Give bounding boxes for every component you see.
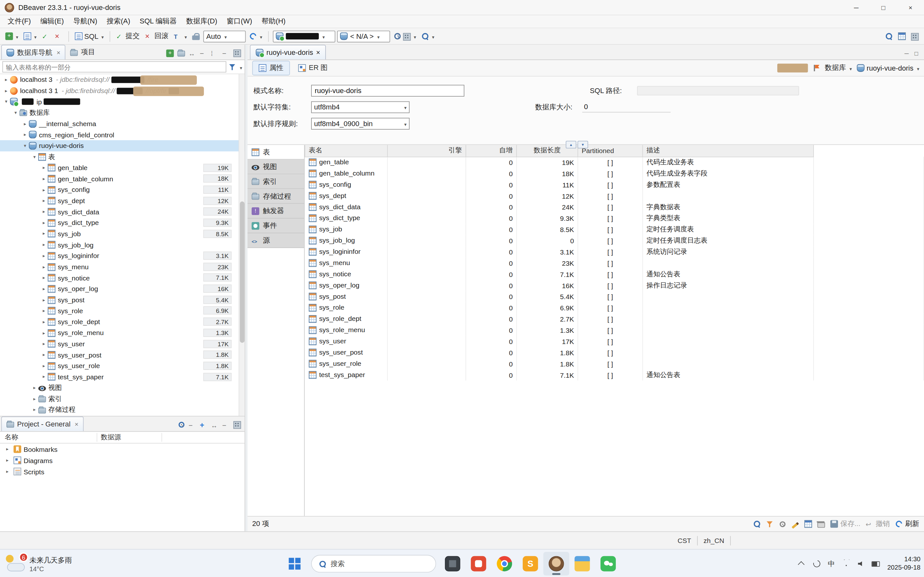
tree-item[interactable]: ▾ ip [0,96,245,107]
tree-item[interactable]: ▸ sys_job 8.5K [0,228,245,239]
tree-chevron-icon[interactable]: ▸ [40,253,48,259]
link-editor-icon[interactable] [211,421,219,429]
tree-item[interactable]: ▸ localhost 3 1 - jdbc:firebirdsql:// //… [0,85,245,96]
tree-chevron-icon[interactable]: ▸ [40,363,48,369]
close-tab-icon[interactable]: × [75,421,79,428]
collapse-up-button[interactable]: ▴ [566,141,576,148]
footer-tool-icon[interactable] [804,520,812,528]
rollback-button[interactable]: 回滚 [143,30,170,43]
tree-chevron-icon[interactable]: ▸ [40,209,48,215]
tree-chevron-icon[interactable]: ▸ [40,352,48,358]
tree-chevron-icon[interactable]: ▸ [21,121,29,126]
tree-chevron-icon[interactable]: ▸ [31,407,38,413]
tree-chevron-icon[interactable]: ▸ [40,198,48,203]
tree-item[interactable]: ▸ sys_notice 7.1K [0,272,245,284]
close-button[interactable]: × [897,0,924,15]
footer-tool-icon[interactable] [766,520,774,528]
maximize-view-icon[interactable] [234,421,241,429]
tree-item[interactable]: ▸ sys_job_log [0,239,245,250]
new-connection-icon[interactable] [166,49,174,57]
tree-chevron-icon[interactable]: ▸ [3,458,11,463]
grid-row[interactable]: gen_table_column 0 18K [ ] 代码生成业务表字段 [305,168,924,179]
tree-item[interactable]: ▸ 索引 [0,393,245,405]
save-button[interactable]: 保存... [830,519,860,529]
footer-tool-icon[interactable] [753,520,761,528]
tree-chevron-icon[interactable]: ▸ [40,341,48,347]
tree-chevron-icon[interactable]: ▸ [40,231,48,237]
taskbar-app[interactable] [543,552,569,575]
tree-item[interactable]: ▸ sys_dict_type 9.3K [0,217,245,228]
tree-item[interactable]: ▾ 数据库 [0,107,245,118]
tree-item[interactable]: ▸ sys_user_post 1.8K [0,350,245,360]
tree-item[interactable]: ▸ 存储过程 [0,405,245,415]
tree-item[interactable]: ▸ sys_menu 23K [0,261,245,272]
database-menu-button[interactable]: 数据库 [825,63,852,73]
grid-row[interactable]: sys_notice 0 7.1K [ ] 通知公告表 [305,269,924,280]
tree-item[interactable]: ▸ sys_dict_data 24K [0,206,245,217]
lock-button[interactable] [190,31,202,41]
tree-chevron-icon[interactable]: ▸ [40,242,48,248]
table-filter-input[interactable] [2,61,226,73]
collapse-down-button[interactable]: ▾ [577,141,588,148]
tray-icon[interactable] [813,560,821,568]
tree-item[interactable]: ▸ sys_post 5.4K [0,294,245,305]
start-button[interactable] [282,552,308,575]
schema-name-input[interactable] [311,85,464,97]
refresh-connection-button[interactable] [248,31,264,41]
tree-item[interactable]: ▸ sys_logininfor 3.1K [0,250,245,261]
editor-subtab[interactable]: 属性 [252,61,290,76]
editor-tab[interactable]: ruoyi-vue-doris × [250,45,326,60]
tree-chevron-icon[interactable]: ▸ [40,286,48,292]
autocommit-select[interactable]: Auto [203,31,246,42]
close-tab-icon[interactable]: × [56,49,60,56]
minimize-view-icon[interactable] [222,49,230,57]
taskbar-search[interactable]: 搜索 [311,555,436,572]
connect-button[interactable] [40,31,52,41]
editor-subtab[interactable]: ER 图 [292,61,334,76]
tree-item[interactable]: ▸ sys_dept 12K [0,195,245,206]
footer-tool-icon[interactable] [779,521,785,527]
tray-icon[interactable]: 中 [827,560,836,568]
taskbar-app[interactable] [466,552,492,575]
grid-row[interactable]: sys_post 0 5.4K [ ] [305,291,924,302]
object-type-item[interactable]: 视图 [248,160,304,174]
project-item[interactable]: ▸ Bookmarks [0,443,245,455]
connection-select[interactable] [273,31,335,42]
disconnect-button[interactable] [53,31,64,41]
maximize-button[interactable]: □ [870,0,897,15]
expand-icon[interactable] [200,421,207,429]
grid-row[interactable]: sys_role_menu 0 1.3K [ ] [305,324,924,336]
tree-item[interactable]: ▸ localhost 3 - jdbc:firebirdsql:// /fir… [0,74,245,85]
tree-chevron-icon[interactable]: ▸ [31,396,38,402]
close-tab-icon[interactable]: × [316,48,320,57]
tray-icon[interactable] [798,560,806,568]
maximize-editor-icon[interactable]: □ [915,50,918,56]
grid-row[interactable]: sys_role 0 6.9K [ ] [305,302,924,314]
tree-chevron-icon[interactable]: ▸ [2,77,10,82]
grid-row[interactable]: sys_menu 0 23K [ ] [305,257,924,269]
open-connection-icon[interactable] [177,51,185,56]
view-menu-icon[interactable] [211,49,219,57]
grid-row[interactable]: sys_job_log 0 0 [ ] 定时任务调度日志表 [305,235,924,246]
menu-item[interactable]: 导航(N) [69,15,101,28]
menu-item[interactable]: 搜索(A) [102,15,134,28]
tree-chevron-icon[interactable]: ▸ [40,330,48,336]
tree-item[interactable]: ▸ sys_user 17K [0,338,245,349]
tree-chevron-icon[interactable]: ▸ [40,187,48,193]
active-connection-button[interactable]: ruoyi-vue-doris [856,64,919,72]
grid-column-header[interactable]: 表名 [305,145,387,157]
window-layout-button[interactable] [909,31,921,41]
tree-chevron-icon[interactable]: ▸ [40,220,48,226]
project-tab[interactable]: Project - General × [1,417,84,431]
grid-column-header[interactable]: 描述 [643,145,814,157]
grid-row[interactable]: sys_role_dept 0 2.7K [ ] [305,313,924,324]
tree-chevron-icon[interactable]: ▸ [40,264,48,269]
tray-icon[interactable] [842,560,850,568]
filter-icon[interactable] [229,63,236,71]
tray-icon[interactable] [871,560,880,568]
maximize-view-icon[interactable] [234,50,241,57]
navigator-tab[interactable]: 数据库导航 × [1,45,66,60]
tree-item[interactable]: ▸ cms_region_field_control [0,129,245,140]
tray-icon[interactable] [856,560,865,568]
splitter-sash[interactable] [245,45,248,531]
